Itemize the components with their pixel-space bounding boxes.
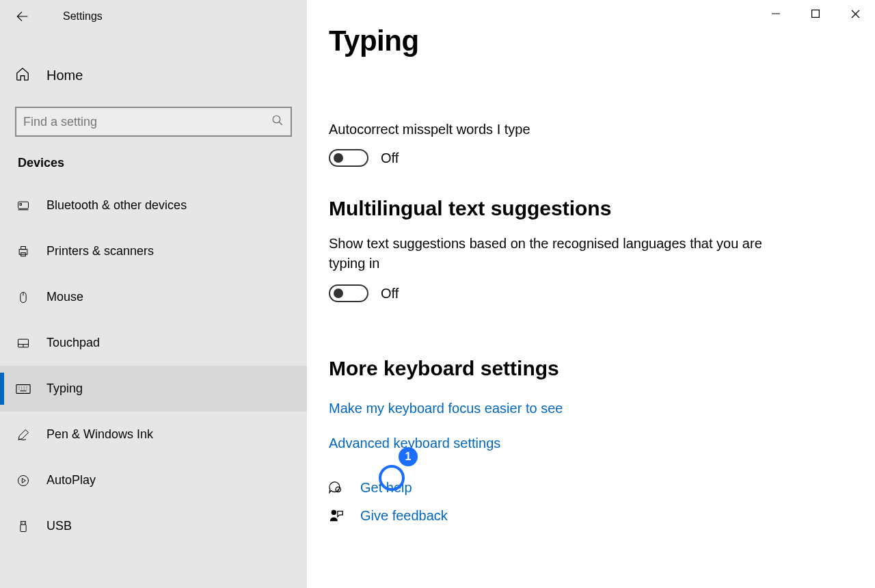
sidebar-home[interactable]: Home bbox=[0, 52, 307, 98]
sidebar-item-pen[interactable]: Pen & Windows Ink bbox=[0, 412, 307, 457]
usb-icon bbox=[15, 520, 31, 533]
sidebar-home-label: Home bbox=[46, 68, 83, 83]
sidebar-item-label: USB bbox=[46, 519, 72, 533]
svg-rect-11 bbox=[21, 524, 26, 531]
link-advanced-keyboard[interactable]: Advanced keyboard settings bbox=[329, 436, 853, 451]
search-input[interactable] bbox=[23, 115, 271, 129]
sidebar-item-label: Printers & scanners bbox=[46, 244, 154, 258]
link-keyboard-focus[interactable]: Make my keyboard focus easier to see bbox=[329, 401, 853, 416]
printer-icon bbox=[15, 245, 31, 258]
sidebar-item-label: Mouse bbox=[46, 290, 83, 304]
svg-rect-8 bbox=[16, 384, 30, 393]
sidebar-item-label: Typing bbox=[46, 382, 83, 396]
close-button[interactable] bbox=[835, 0, 875, 27]
pen-icon bbox=[15, 428, 31, 442]
autocorrect-label: Autocorrect misspelt words I type bbox=[329, 120, 780, 138]
home-icon bbox=[15, 66, 31, 84]
touchpad-icon bbox=[15, 336, 31, 350]
search-box[interactable] bbox=[15, 107, 292, 137]
sidebar-item-usb[interactable]: USB bbox=[0, 503, 307, 549]
page-title: Typing bbox=[329, 25, 853, 57]
give-feedback-link[interactable]: Give feedback bbox=[360, 508, 448, 524]
autoplay-icon bbox=[15, 474, 31, 487]
svg-rect-12 bbox=[812, 10, 820, 18]
sidebar-category: Devices bbox=[0, 137, 307, 183]
sidebar-item-autoplay[interactable]: AutoPlay bbox=[0, 457, 307, 503]
help-icon: ? bbox=[329, 481, 344, 496]
sidebar-item-printers[interactable]: Printers & scanners bbox=[0, 228, 307, 274]
svg-point-9 bbox=[18, 475, 29, 485]
minimize-button[interactable] bbox=[756, 0, 796, 27]
svg-rect-3 bbox=[19, 249, 27, 254]
get-help-link[interactable]: Get help bbox=[360, 480, 412, 496]
svg-rect-2 bbox=[20, 203, 22, 205]
svg-text:?: ? bbox=[337, 487, 339, 492]
sidebar-item-label: AutoPlay bbox=[46, 473, 96, 487]
autocorrect-toggle[interactable] bbox=[329, 149, 368, 167]
svg-rect-10 bbox=[21, 521, 26, 524]
multilingual-heading: Multilingual text suggestions bbox=[329, 197, 853, 220]
bluetooth-icon bbox=[15, 199, 31, 213]
sidebar-item-typing[interactable]: Typing bbox=[0, 366, 307, 412]
sidebar-item-bluetooth[interactable]: Bluetooth & other devices bbox=[0, 183, 307, 228]
window-title: Settings bbox=[63, 10, 103, 23]
sidebar-item-label: Touchpad bbox=[46, 336, 100, 350]
autocorrect-state: Off bbox=[381, 150, 399, 166]
search-icon bbox=[271, 114, 284, 129]
back-button[interactable] bbox=[15, 3, 42, 30]
sidebar-item-mouse[interactable]: Mouse bbox=[0, 274, 307, 320]
maximize-button[interactable] bbox=[796, 0, 835, 27]
sidebar-item-label: Bluetooth & other devices bbox=[46, 198, 187, 213]
keyboard-icon bbox=[15, 384, 31, 395]
svg-rect-4 bbox=[21, 246, 26, 249]
mouse-icon bbox=[15, 291, 31, 304]
sidebar-item-label: Pen & Windows Ink bbox=[46, 427, 153, 442]
more-heading: More keyboard settings bbox=[329, 357, 853, 380]
feedback-icon bbox=[329, 509, 344, 524]
svg-point-15 bbox=[332, 509, 336, 514]
multilingual-desc: Show text suggestions based on the recog… bbox=[329, 234, 766, 273]
multilingual-state: Off bbox=[381, 286, 399, 302]
svg-point-0 bbox=[273, 116, 280, 123]
sidebar-item-touchpad[interactable]: Touchpad bbox=[0, 320, 307, 366]
multilingual-toggle[interactable] bbox=[329, 284, 368, 302]
